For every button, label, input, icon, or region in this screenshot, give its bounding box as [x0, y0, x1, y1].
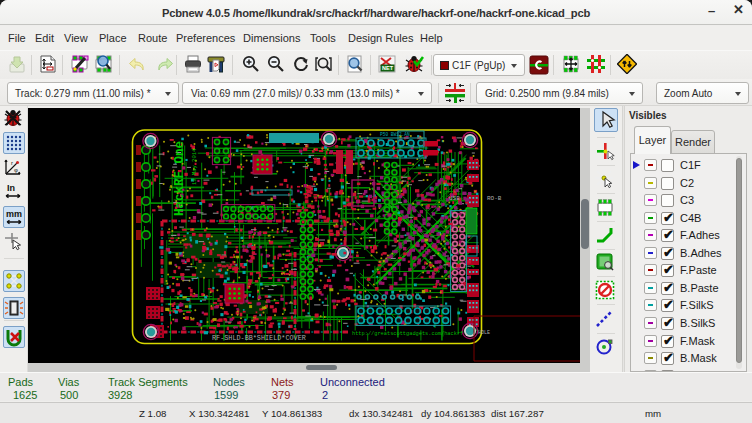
svg-text:HackRF One: HackRF One — [173, 141, 187, 216]
svg-text:HOLE: HOLE — [478, 330, 490, 336]
svg-text:RO-B: RO-B — [487, 195, 502, 202]
svg-text:http://greatscottgadgets.com/h: http://greatscottgadgets.com/hackrf — [352, 331, 463, 337]
svg-text:NET: NET — [382, 65, 394, 71]
svg-text:RF-SHLD-BB*SHIELD*COVER: RF-SHLD-BB*SHIELD*COVER — [212, 334, 306, 342]
svg-text:φ: φ — [14, 167, 18, 173]
svg-text:19 May 2014: 19 May 2014 — [191, 148, 198, 185]
svg-text:P50 BW12.AN: P50 BW12.AN — [380, 132, 410, 137]
svg-text:USB: USB — [449, 195, 460, 202]
svg-text:mm: mm — [6, 209, 22, 219]
svg-text:In: In — [7, 183, 15, 193]
svg-text:r: r — [11, 160, 13, 166]
